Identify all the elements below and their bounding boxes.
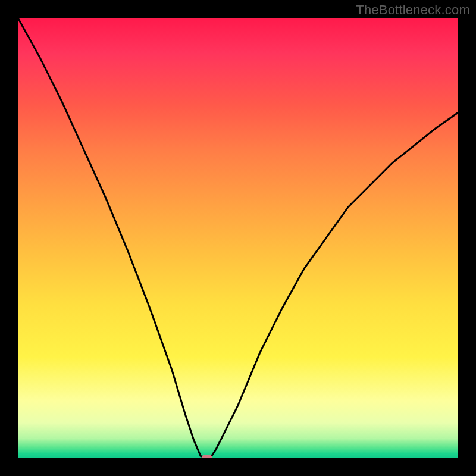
plot-area — [18, 18, 458, 458]
bottleneck-curve — [18, 18, 458, 458]
chart-frame: TheBottleneck.com — [0, 0, 476, 476]
watermark-text: TheBottleneck.com — [356, 2, 470, 18]
curve-svg — [18, 18, 458, 458]
minimum-marker — [202, 455, 212, 459]
